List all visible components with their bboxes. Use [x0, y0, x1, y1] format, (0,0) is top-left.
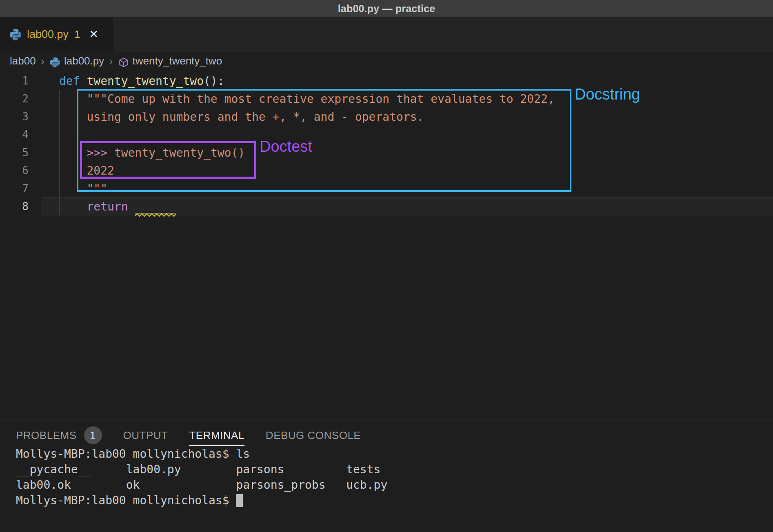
terminal-line: Mollys-MBP:lab00 mollynicholas$ ls: [16, 446, 773, 462]
code-text: >>> twenty_twenty_two(): [37, 146, 245, 160]
code-text: """: [37, 182, 107, 195]
code-token: >>>: [87, 146, 107, 160]
line-number: 6: [0, 164, 37, 177]
code-token: ():: [204, 74, 224, 88]
panel-tab-label: PROBLEMS: [16, 429, 77, 442]
breadcrumb-item-lab00-py[interactable]: lab00.py: [64, 55, 104, 67]
code-line-4[interactable]: 4: [0, 126, 773, 144]
bottom-panel: PROBLEMS1OUTPUTTERMINALDEBUG CONSOLE Mol…: [0, 421, 773, 532]
code-token: [107, 146, 114, 160]
code-line-1[interactable]: 1def twenty_twenty_two():: [0, 72, 773, 90]
terminal-line: lab00.ok ok parsons_probs ucb.py: [16, 477, 773, 493]
tab-filename: lab00.py: [27, 28, 69, 41]
code-token: [59, 146, 87, 160]
line-number: 5: [0, 146, 37, 159]
titlebar: lab00.py — practice: [0, 0, 773, 17]
vscode-window: lab00.py — practice lab00.py 1 ✕ lab00›l…: [0, 0, 773, 532]
code-token: """: [87, 182, 107, 195]
code-line-7[interactable]: 7 """: [0, 180, 773, 197]
code-token: [59, 182, 87, 195]
code-line-3[interactable]: 3 using only numbers and the +, *, and -…: [0, 108, 773, 126]
tab-bar: lab00.py 1 ✕: [0, 17, 773, 52]
code-token: return: [87, 200, 128, 213]
window-title: lab00.py — practice: [338, 3, 435, 15]
code-line-6[interactable]: 6 2022: [0, 162, 773, 180]
panel-tab-terminal[interactable]: TERMINAL: [189, 426, 244, 445]
breadcrumb-item-twenty-twenty-two[interactable]: twenty_twenty_two: [133, 55, 222, 67]
problems-count-badge: 1: [84, 426, 102, 444]
panel-tab-label: TERMINAL: [189, 429, 244, 442]
line-number: 4: [0, 129, 37, 141]
code-token: twenty_twenty_two: [87, 74, 204, 88]
panel-tab-output[interactable]: OUTPUT: [123, 426, 168, 445]
panel-tab-label: DEBUG CONSOLE: [266, 429, 361, 442]
line-number: 1: [0, 75, 37, 87]
python-icon: [49, 57, 61, 68]
code-token: [59, 164, 87, 177]
code-token: """Come up with the most creative expres…: [87, 92, 554, 106]
code-token: [128, 200, 135, 213]
editor-tab-lab00[interactable]: lab00.py 1 ✕: [0, 17, 113, 52]
blank-placeholder: ______: [135, 200, 176, 213]
code-text: def twenty_twenty_two():: [37, 74, 224, 88]
line-number: 2: [0, 93, 37, 105]
terminal-line: Mollys-MBP:lab00 mollynicholas$: [16, 493, 773, 508]
code-text: 2022: [37, 164, 114, 177]
breadcrumb-item-lab00[interactable]: lab00: [10, 55, 36, 67]
code-token: [59, 92, 87, 106]
line-number: 3: [0, 111, 37, 123]
code-editor[interactable]: 1def twenty_twenty_two():2 """Come up wi…: [0, 70, 773, 421]
line-number: 7: [0, 182, 37, 195]
symbol-method-icon: [118, 57, 129, 68]
code-token: def: [59, 74, 80, 88]
code-text: """Come up with the most creative expres…: [37, 92, 555, 106]
tab-close-icon[interactable]: ✕: [89, 29, 99, 40]
tab-problem-count: 1: [74, 28, 80, 41]
code-line-2[interactable]: 2 """Come up with the most creative expr…: [0, 90, 773, 108]
code-token: 2022: [87, 164, 114, 177]
code-line-8[interactable]: 8 return ______: [0, 197, 773, 215]
breadcrumb: lab00›lab00.py›twenty_twenty_two: [0, 52, 773, 70]
code-token: twenty_twenty_two(): [114, 146, 245, 160]
code-token: [80, 74, 87, 88]
panel-tab-bar: PROBLEMS1OUTPUTTERMINALDEBUG CONSOLE: [0, 421, 773, 445]
code-token: [59, 110, 87, 124]
code-text: return ______: [37, 200, 176, 213]
code-token: using only numbers and the +, *, and - o…: [87, 110, 424, 124]
panel-tab-debug-console[interactable]: DEBUG CONSOLE: [266, 426, 361, 445]
breadcrumb-separator: ›: [41, 55, 44, 68]
terminal[interactable]: Mollys-MBP:lab00 mollynicholas$ ls__pyca…: [0, 445, 773, 508]
breadcrumb-separator: ›: [109, 55, 113, 68]
terminal-cursor: [236, 494, 243, 507]
code-token: [59, 200, 87, 213]
panel-tab-problems[interactable]: PROBLEMS1: [16, 426, 102, 445]
code-line-5[interactable]: 5 >>> twenty_twenty_two(): [0, 144, 773, 162]
warning-squiggle: [135, 213, 176, 217]
python-icon: [9, 28, 22, 41]
code-text: using only numbers and the +, *, and - o…: [37, 110, 424, 124]
terminal-line: __pycache__ lab00.py parsons tests: [16, 462, 773, 477]
line-number: 8: [0, 200, 37, 213]
panel-tab-label: OUTPUT: [123, 429, 168, 442]
